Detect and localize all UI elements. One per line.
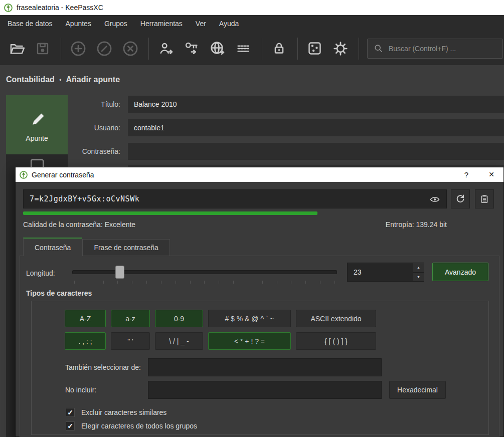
password-generator-icon <box>306 40 323 57</box>
character-types-group: A-Z a-z 0-9 # $ % & @ ^ ` ~ ASCII extend… <box>31 301 489 435</box>
charset-punct-button[interactable]: . , : ; <box>65 332 106 350</box>
toggle-visibility-button[interactable] <box>427 194 442 205</box>
toolbar <box>0 32 504 65</box>
clipboard-icon <box>479 193 490 204</box>
lock-database-icon <box>271 40 287 57</box>
checkbox-checked-icon[interactable] <box>66 408 75 417</box>
title-label: Título: <box>0 96 120 113</box>
open-database-icon <box>9 40 26 57</box>
password-generator-dialog: Generar contraseña ? ✕ Calidad de la con… <box>15 167 504 437</box>
password-generator-button[interactable] <box>305 39 323 58</box>
search-box[interactable] <box>367 39 503 59</box>
charset-special-button[interactable]: # $ % & @ ^ ` ~ <box>208 310 291 327</box>
slider-track[interactable] <box>72 270 337 274</box>
edit-entry-icon <box>95 40 113 58</box>
lock-database-button[interactable] <box>270 39 288 58</box>
charset-quotes-button[interactable]: " ' <box>111 332 150 350</box>
breadcrumb-separator-icon: ♦ <box>59 77 62 82</box>
spin-down-icon[interactable]: ▼ <box>413 273 424 282</box>
menu-database[interactable]: Base de datos <box>1 16 59 31</box>
char-buttons-row-1: A-Z a-z 0-9 # $ % & @ ^ ` ~ ASCII extend… <box>65 310 376 327</box>
checkbox-checked-icon[interactable] <box>66 421 75 430</box>
edit-entry-button[interactable] <box>95 39 113 58</box>
menu-groups[interactable]: Grupos <box>98 16 134 31</box>
spin-up-icon[interactable]: ▲ <box>413 263 424 273</box>
open-database-button[interactable] <box>8 39 26 58</box>
copy-url-button[interactable] <box>209 39 227 58</box>
toolbar-separator <box>262 38 262 60</box>
charset-upper-button[interactable]: A-Z <box>65 310 106 327</box>
menu-bar: Base de datos Apuntes Grupos Herramienta… <box>0 15 504 32</box>
exclude-label: No incluir: <box>65 381 96 399</box>
exclude-similar-row: Excluir caracteres similares <box>66 407 166 417</box>
length-spinbox[interactable]: 23 ▲ ▼ <box>347 263 424 282</box>
char-buttons-row-2: . , : ; " ' \ / | _ - < * + ! ? = { [ ( … <box>65 332 376 350</box>
advanced-button[interactable]: Avanzado <box>432 263 488 281</box>
form-row-password: Contraseña: <box>0 143 504 160</box>
every-group-label: Elegir caracteres de todos los grupos <box>81 422 197 430</box>
copy-url-icon <box>209 40 227 58</box>
autotype-icon <box>235 40 253 58</box>
password-tab-pane: Longitud: 23 ▲ ▼ Avanzado Tipos de carac… <box>20 256 499 437</box>
toolbar-separator <box>148 38 149 60</box>
new-entry-button[interactable] <box>69 39 87 58</box>
form-row-username: Usuario: <box>0 119 504 136</box>
slider-ticks <box>74 281 335 284</box>
toolbar-separator <box>297 38 298 60</box>
tab-passphrase[interactable]: Frase de contraseña <box>82 239 170 256</box>
search-input[interactable] <box>389 45 496 53</box>
keepassxc-logo-icon <box>4 4 13 12</box>
slider-handle[interactable] <box>115 266 124 279</box>
search-icon <box>374 44 384 54</box>
generated-password-input[interactable] <box>24 190 422 208</box>
copy-password-button[interactable] <box>183 39 201 58</box>
menu-view[interactable]: Ver <box>189 16 213 31</box>
settings-button[interactable] <box>331 39 350 58</box>
dialog-close-button[interactable]: ✕ <box>480 167 502 182</box>
charset-math-button[interactable]: < * + ! ? = <box>208 332 291 350</box>
also-choose-label: También seleccionar de: <box>65 358 141 376</box>
username-label: Usuario: <box>0 119 120 136</box>
regenerate-button[interactable] <box>451 189 470 208</box>
dialog-help-button[interactable]: ? <box>455 167 477 182</box>
save-database-icon <box>35 41 51 57</box>
breadcrumb: Contabilidad ♦ Añadir apunte <box>0 66 504 93</box>
keepassxc-logo-icon <box>20 171 28 179</box>
title-field[interactable] <box>128 96 504 113</box>
every-group-row: Elegir caracteres de todos los grupos <box>66 421 197 431</box>
copy-to-clipboard-button[interactable] <box>475 189 494 208</box>
charset-extascii-button[interactable]: ASCII extendido <box>296 310 376 327</box>
password-field[interactable] <box>128 143 504 160</box>
username-field[interactable] <box>128 119 504 136</box>
delete-entry-button[interactable] <box>121 39 139 58</box>
toolbar-separator <box>61 38 61 60</box>
also-choose-input[interactable] <box>148 358 382 376</box>
length-label: Longitud: <box>26 269 55 277</box>
length-slider[interactable] <box>72 261 337 284</box>
menu-entries[interactable]: Apuntes <box>59 16 98 31</box>
breadcrumb-group: Contabilidad <box>6 75 55 84</box>
generator-tabs: Contraseña Frase de contraseña <box>23 238 170 256</box>
quality-row: Calidad de la contraseña: Excelente Entr… <box>23 221 447 229</box>
exclude-input[interactable] <box>148 381 382 399</box>
copy-username-icon <box>157 40 175 57</box>
hexadecimal-button[interactable]: Hexadecimal <box>389 381 446 399</box>
eye-icon <box>429 195 440 203</box>
dialog-title-bar: Generar contraseña ? ✕ <box>16 167 503 182</box>
menu-tools[interactable]: Herramientas <box>134 16 189 31</box>
charset-braces-button[interactable]: { [ ( ) ] } <box>296 332 376 350</box>
toolbar-separator <box>359 38 359 60</box>
autotype-button[interactable] <box>235 39 253 58</box>
copy-username-button[interactable] <box>157 39 175 58</box>
menu-help[interactable]: Ayuda <box>213 16 245 31</box>
generated-password-field[interactable] <box>23 189 447 208</box>
charset-digits-button[interactable]: 0-9 <box>155 310 203 327</box>
character-types-label: Tipos de caracteres <box>26 289 92 297</box>
save-database-button[interactable] <box>34 39 52 58</box>
tab-password[interactable]: Contraseña <box>23 238 82 256</box>
delete-entry-icon <box>121 40 139 58</box>
charset-lower-button[interactable]: a-z <box>111 310 150 327</box>
spinbox-arrows: ▲ ▼ <box>413 263 424 281</box>
charset-dashes-button[interactable]: \ / | _ - <box>155 332 203 350</box>
new-entry-icon <box>69 40 87 58</box>
